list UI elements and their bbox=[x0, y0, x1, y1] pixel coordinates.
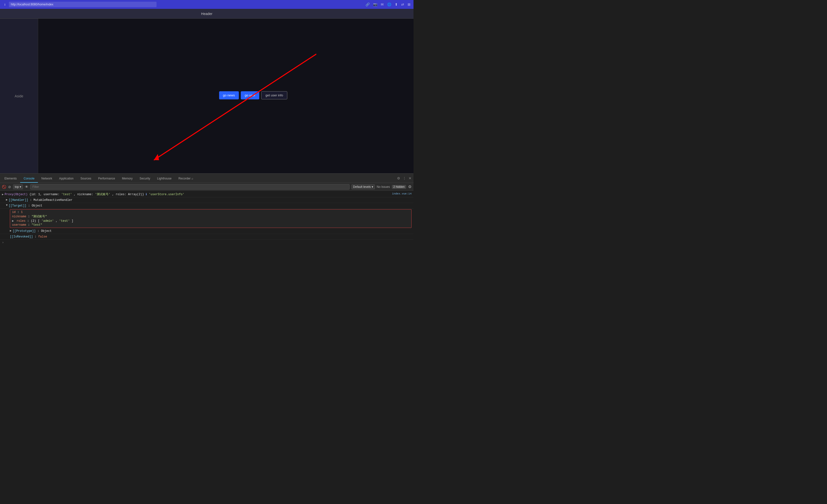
tab-network[interactable]: Network bbox=[38, 175, 56, 183]
tab-lighthouse[interactable]: Lighthouse bbox=[154, 175, 175, 183]
hidden-count-badge: 2 hidden bbox=[392, 185, 406, 189]
console-bottom-prompt[interactable]: › bbox=[0, 240, 414, 245]
devtools-tab-icons: ⚙ ⋮ ✕ bbox=[397, 176, 411, 180]
tab-sources[interactable]: Sources bbox=[77, 175, 95, 183]
browser-favicon: i bbox=[3, 2, 7, 6]
prototype-expand-icon[interactable]: ▶ bbox=[10, 229, 11, 233]
page-header: Header bbox=[0, 9, 414, 19]
devtools-toolbar: 🚫 ⊘ top ▾ 👁 Default levels ▾ No Issues 2… bbox=[0, 183, 414, 191]
devtools-panel: Elements Console Network Application Sou… bbox=[0, 173, 414, 252]
link-icon[interactable]: 🔗 bbox=[366, 2, 370, 6]
more-icon[interactable]: ⋮ bbox=[403, 176, 406, 180]
settings-icon[interactable]: ⚙ bbox=[397, 176, 400, 180]
action-buttons: go news go user get user info bbox=[219, 91, 287, 99]
close-icon[interactable]: ✕ bbox=[408, 176, 411, 180]
browser-url-bar[interactable]: http://localhost:8080/home/index bbox=[9, 2, 156, 7]
console-line-proxy: ▶ Proxy(Object) {id: 1, username: 'test'… bbox=[0, 192, 414, 198]
tab-performance[interactable]: Performance bbox=[95, 175, 118, 183]
tab-recorder[interactable]: Recorder ⌕ bbox=[175, 175, 197, 183]
expanded-object-block: id : 1 nickname : "测试账号" ▶ roles : bbox=[0, 209, 414, 228]
page-wrapper: i http://localhost:8080/home/index 🔗 📷 ✉… bbox=[0, 0, 414, 252]
prop-id: id : 1 bbox=[12, 210, 409, 214]
svg-line-0 bbox=[154, 54, 316, 160]
get-user-info-button[interactable]: get user info bbox=[261, 91, 288, 99]
header-text: Header bbox=[201, 12, 212, 16]
source-link[interactable]: index.vue:14 bbox=[392, 192, 411, 195]
no-issues-badge: No Issues bbox=[377, 185, 390, 188]
globe-icon[interactable]: 🌐 bbox=[387, 2, 391, 6]
console-line-prototype: ▶ [[Prototype]] : Object bbox=[0, 228, 414, 234]
levels-chevron-icon: ▾ bbox=[372, 185, 373, 188]
console-output: ▶ Proxy(Object) {id: 1, username: 'test'… bbox=[0, 191, 414, 252]
object-properties-box: id : 1 nickname : "测试账号" ▶ roles : bbox=[10, 209, 411, 228]
prop-roles: ▶ roles : (2) [ 'admin' , 'test' ] bbox=[12, 219, 409, 223]
roles-expand-icon[interactable]: ▶ bbox=[12, 219, 14, 223]
console-line-isrevoked: [[IsRevoked]] : false bbox=[0, 234, 414, 240]
context-label: top bbox=[15, 185, 19, 188]
browser-content: Header Aside go news go user get user in… bbox=[0, 9, 414, 252]
mail-icon[interactable]: ✉ bbox=[381, 2, 384, 6]
prop-nickname: nickname : "测试账号" bbox=[12, 214, 409, 219]
console-line-handler: ▶ [[Handler]] : MutableReactiveHandler bbox=[0, 198, 414, 203]
context-selector[interactable]: top ▾ bbox=[13, 184, 23, 189]
page-aside: Aside bbox=[0, 19, 38, 173]
grid-icon[interactable]: ⊞ bbox=[407, 2, 410, 6]
prop-username: username : "test" bbox=[12, 223, 409, 227]
arrows-icon[interactable]: ⇄ bbox=[401, 2, 404, 6]
browser-titlebar: i http://localhost:8080/home/index 🔗 📷 ✉… bbox=[0, 0, 414, 9]
handler-expand-icon[interactable]: ▶ bbox=[6, 198, 8, 202]
target-expand-icon[interactable]: ▼ bbox=[6, 204, 8, 207]
chevron-down-icon: ▾ bbox=[20, 185, 21, 188]
devtools-tabs: Elements Console Network Application Sou… bbox=[0, 174, 414, 183]
tab-application[interactable]: Application bbox=[56, 175, 77, 183]
page-content: Aside go news go user get user info bbox=[0, 19, 414, 173]
go-news-button[interactable]: go news bbox=[219, 91, 239, 99]
toolbar-right: Default levels ▾ No Issues 2 hidden ⚙ bbox=[351, 184, 411, 189]
tab-memory[interactable]: Memory bbox=[118, 175, 136, 183]
url-text: http://localhost:8080/home/index bbox=[11, 3, 53, 6]
console-filter-input[interactable] bbox=[30, 184, 349, 189]
default-levels-label: Default levels bbox=[353, 185, 371, 188]
settings-icon-2[interactable]: ⚙ bbox=[408, 184, 411, 189]
browser-toolbar-icons: 🔗 📷 ✉ 🌐 ⬆ ⇄ ⊞ bbox=[366, 2, 410, 6]
default-levels-dropdown[interactable]: Default levels ▾ bbox=[351, 184, 375, 189]
tab-security[interactable]: Security bbox=[136, 175, 154, 183]
go-user-button[interactable]: go user bbox=[241, 91, 259, 99]
clear-console-button[interactable]: 🚫 bbox=[2, 185, 6, 189]
console-line-target: ▼ [[Target]] : Object bbox=[0, 203, 414, 209]
camera-icon[interactable]: 📷 bbox=[373, 2, 377, 6]
tab-elements[interactable]: Elements bbox=[1, 175, 20, 183]
proxy-label: Proxy(Object) bbox=[5, 193, 28, 196]
aside-label: Aside bbox=[14, 94, 23, 98]
filter-toggle-button[interactable]: ⊘ bbox=[8, 185, 11, 189]
eye-icon[interactable]: 👁 bbox=[25, 185, 28, 189]
tab-console[interactable]: Console bbox=[20, 175, 38, 183]
upload-icon[interactable]: ⬆ bbox=[395, 2, 398, 6]
expand-icon[interactable]: ▶ bbox=[2, 192, 4, 196]
prompt-arrow-icon: › bbox=[2, 241, 4, 244]
page-main: go news go user get user info bbox=[38, 19, 414, 173]
